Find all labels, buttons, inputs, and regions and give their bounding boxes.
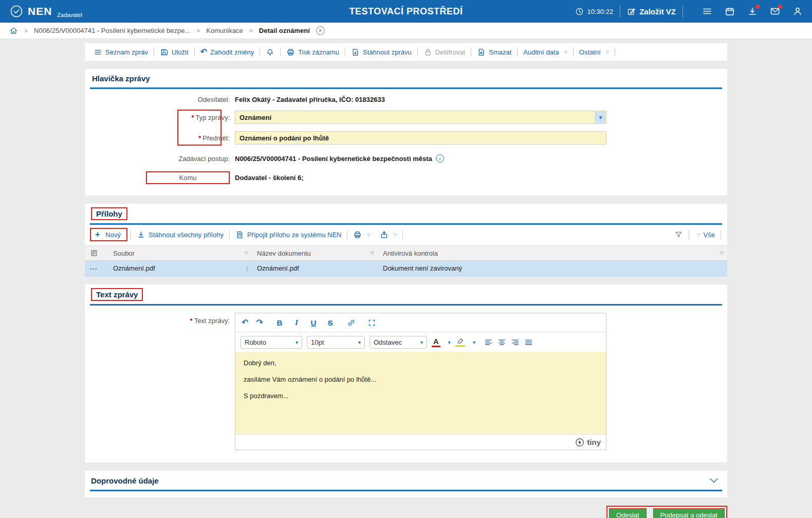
toolbar-separator: [345, 48, 345, 57]
paperclip-document-icon: [235, 230, 244, 239]
typ-zpravy-select[interactable]: Oznámení ▾: [235, 111, 606, 124]
download-icon: [137, 230, 145, 239]
tisk-zaznamu-button[interactable]: Tisk záznamu: [282, 48, 344, 57]
undo-button[interactable]: ↶: [242, 318, 248, 327]
align-left-button[interactable]: [484, 338, 493, 347]
italic-button[interactable]: I: [292, 318, 301, 327]
breadcrumb: > N006/25/V00004741 - Posílení kyberneti…: [0, 23, 812, 39]
column-header-antivir[interactable]: Antivirová kontrola ▽: [378, 246, 727, 261]
notifications-button[interactable]: [261, 48, 279, 57]
toolbar-separator: [229, 230, 230, 239]
message-paragraph: Dobrý den,: [244, 359, 598, 367]
messages-button[interactable]: [770, 6, 780, 16]
attachments-header-row: Soubor ▽ Název dokumentu ▽ Antivirová ko…: [85, 246, 727, 261]
list-icon: [94, 48, 102, 57]
auditni-data-button[interactable]: Auditní data ▽: [519, 48, 572, 56]
ulozit-button[interactable]: Uložit: [155, 48, 193, 57]
seznam-zprav-button[interactable]: Seznam zpráv: [89, 48, 153, 57]
caret-down-icon: ▽: [564, 50, 567, 55]
strikethrough-button[interactable]: S: [326, 318, 335, 327]
download-all-attachments-button[interactable]: Stáhnout všechny přílohy: [132, 230, 228, 239]
nen-logo[interactable]: NEN Zadavatel: [9, 4, 82, 19]
chevron-down-icon: ▾: [420, 340, 423, 345]
time-text: 10:30:22: [587, 8, 614, 15]
breadcrumb-item-procedure[interactable]: N006/25/V00004741 - Posílení kybernetick…: [34, 27, 190, 34]
message-paragraph: S pozdravem...: [244, 392, 598, 400]
fullscreen-button[interactable]: [367, 318, 376, 327]
messages-badge: [778, 5, 782, 9]
column-header-soubor[interactable]: Soubor ▽: [108, 246, 252, 261]
profile-button[interactable]: [792, 6, 803, 16]
filter-button[interactable]: [670, 230, 688, 239]
underline-button[interactable]: U: [309, 318, 318, 327]
print-attachments-button[interactable]: ▽: [348, 230, 375, 239]
toolbar-separator: [721, 230, 721, 239]
breadcrumb-item-komunikace[interactable]: Komunikace: [206, 27, 243, 34]
column-header-nazev[interactable]: Název dokumentu ▽: [252, 246, 378, 261]
chevron-down-icon[interactable]: ▾: [473, 340, 475, 345]
attachments-toolbar: + Nový Stáhnout všechny přílohy Připojit…: [85, 225, 727, 244]
filter-triangle-icon[interactable]: ▽: [245, 251, 248, 256]
cell-soubor[interactable]: Oznámení.pdf ⋮: [108, 261, 252, 276]
close-tab-button[interactable]: ×: [316, 26, 325, 35]
vse-filter-button[interactable]: ▽ Vše: [690, 231, 719, 239]
cell-nazev[interactable]: Oznámení.pdf: [252, 261, 378, 276]
top-header-bar: NEN Zadavatel TESTOVACÍ PROSTŘEDÍ 10:30:…: [0, 0, 812, 23]
export-attachments-button[interactable]: ▽: [375, 230, 401, 239]
align-center-button[interactable]: [497, 338, 506, 347]
attach-from-nen-button[interactable]: Připojit přílohu ze systému NEN: [231, 230, 346, 239]
tiny-logo-text[interactable]: tiny: [587, 438, 601, 446]
align-right-icon: [511, 338, 520, 347]
align-right-button[interactable]: [511, 338, 520, 347]
plus-icon: +: [95, 230, 100, 239]
filter-triangle-icon[interactable]: ▽: [371, 251, 374, 256]
delete-document-icon: [477, 48, 486, 57]
row-menu-cell[interactable]: •••: [85, 261, 108, 276]
breadcrumb-separator-icon: >: [196, 27, 200, 34]
zadavaci-postup-label: Zadávací postup:: [95, 155, 235, 163]
bold-button[interactable]: B: [275, 318, 284, 327]
toolbar-separator: [573, 48, 574, 57]
stahnout-zpravu-button[interactable]: Stáhnout zprávu: [346, 48, 416, 57]
row-menu-icon[interactable]: •••: [90, 266, 98, 272]
create-vz-button[interactable]: Založit VZ: [627, 7, 676, 16]
smazat-button[interactable]: Smazat: [472, 48, 516, 57]
section-title: Přílohy: [96, 209, 122, 218]
home-button[interactable]: [9, 26, 18, 35]
attachments-table: Soubor ▽ Název dokumentu ▽ Antivirová ko…: [85, 245, 727, 276]
komu-button[interactable]: Komu: [146, 171, 230, 184]
ostatni-button[interactable]: Ostatní ▽: [575, 48, 614, 56]
align-justify-button[interactable]: [524, 338, 533, 347]
download-document-icon: [351, 48, 360, 57]
chevron-down-icon[interactable]: ▾: [448, 340, 451, 345]
attachment-row[interactable]: ••• Oznámení.pdf ⋮ Oznámení.pdf Dokument…: [85, 261, 727, 276]
info-icon[interactable]: i: [436, 154, 444, 163]
redo-button[interactable]: ↷: [256, 318, 263, 327]
chevron-down-icon[interactable]: ▾: [595, 112, 605, 123]
new-attachment-button[interactable]: + Nový: [94, 230, 122, 239]
filter-triangle-icon[interactable]: ▽: [720, 251, 724, 256]
grid-settings-header[interactable]: [85, 246, 108, 261]
toolbar-separator: [347, 230, 347, 239]
align-justify-icon: [524, 338, 533, 347]
calendar-button[interactable]: [725, 6, 735, 16]
font-size-select[interactable]: 10pt ▾: [307, 336, 365, 349]
font-family-select[interactable]: Roboto ▾: [241, 336, 302, 349]
desifrovat-button[interactable]: Dešifrovat: [419, 48, 470, 57]
calendar-icon: [725, 6, 735, 16]
odeslat-button[interactable]: Odeslat: [609, 508, 647, 518]
link-button[interactable]: [347, 318, 356, 327]
downloads-button[interactable]: [747, 6, 758, 16]
podepsat-a-odeslat-button[interactable]: Podepsat a odeslat: [653, 508, 725, 518]
text-color-button[interactable]: A: [432, 337, 440, 347]
highlight-color-button[interactable]: [455, 337, 465, 347]
main-menu-button[interactable]: [702, 6, 712, 16]
message-body-input[interactable]: Dobrý den, zasíláme Vám oznámení o podán…: [235, 352, 606, 434]
column-resize-handle-icon[interactable]: ⋮: [244, 265, 250, 272]
predmet-input[interactable]: Oznámení o podání po lhůtě: [235, 131, 606, 145]
zahodit-zmeny-button[interactable]: ↶ Zahodit změny: [196, 48, 259, 56]
server-time: 10:30:22: [575, 7, 614, 16]
block-format-select[interactable]: Odstavec ▾: [370, 336, 427, 349]
toolbar-separator: [402, 230, 403, 239]
expand-section-button[interactable]: [708, 474, 720, 487]
